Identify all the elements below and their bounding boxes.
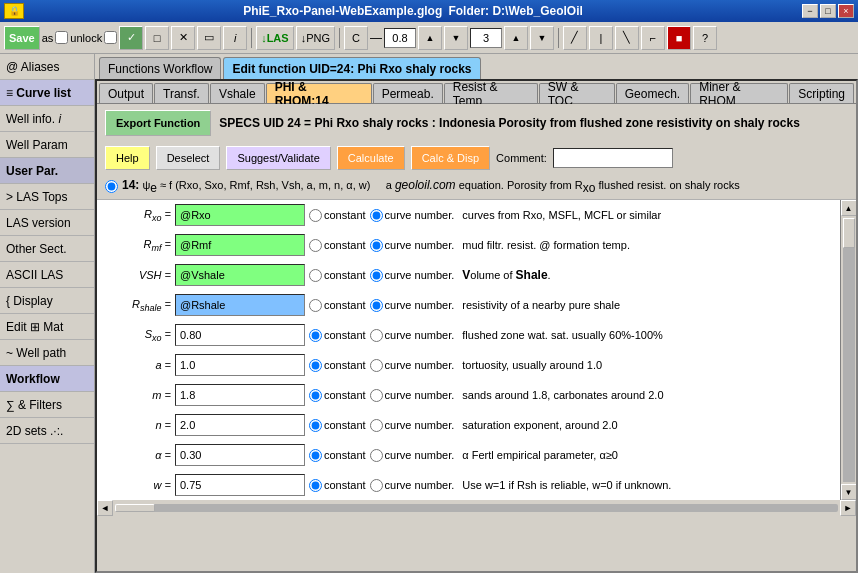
sidebar-item-workflow[interactable]: Workflow	[0, 366, 94, 392]
spin-down[interactable]: ▼	[444, 26, 468, 50]
subtab-miner[interactable]: Miner & RHOM	[690, 83, 788, 103]
suggest-button[interactable]: Suggest/Validate	[226, 146, 330, 170]
param-input-4[interactable]	[175, 324, 305, 346]
comment-input[interactable]	[553, 148, 673, 168]
subtab-scripting[interactable]: Scripting	[789, 83, 854, 103]
param-input-9[interactable]	[175, 474, 305, 496]
sidebar-item-wellinfo[interactable]: Well info. i	[0, 106, 94, 132]
param-radio-curve-3[interactable]	[370, 299, 383, 312]
unlock-checkbox[interactable]	[55, 31, 68, 44]
vertical-scrollbar[interactable]: ▲ ▼	[840, 200, 856, 500]
deselect-button[interactable]: Deselect	[156, 146, 221, 170]
hscroll-thumb[interactable]	[115, 504, 155, 512]
sidebar-item-editmat[interactable]: Edit ⊞ Mat	[0, 314, 94, 340]
diagonal-button[interactable]: ╱	[563, 26, 587, 50]
png-button[interactable]: ↓PNG	[296, 26, 335, 50]
spin-up2[interactable]: ▲	[504, 26, 528, 50]
sidebar-item-filters[interactable]: ∑ & Filters	[0, 392, 94, 418]
param-radio-curve-8[interactable]	[370, 449, 383, 462]
c-button[interactable]: C	[344, 26, 368, 50]
maximize-button[interactable]: □	[820, 4, 836, 18]
backslash-button[interactable]: ╲	[615, 26, 639, 50]
param-input-8[interactable]	[175, 444, 305, 466]
spin-up[interactable]: ▲	[418, 26, 442, 50]
param-radio-curve-2[interactable]	[370, 269, 383, 282]
param-radio-constant-8[interactable]	[309, 449, 322, 462]
close-button[interactable]: ×	[838, 4, 854, 18]
export-function-button[interactable]: Export Function	[105, 110, 211, 136]
x-button[interactable]: ✕	[171, 26, 195, 50]
param-radio-curve-7[interactable]	[370, 419, 383, 432]
param-desc: sands around 1.8, carbonates around 2.0	[462, 389, 663, 401]
params-scroll[interactable]: Rxo =constantcurve number.curves from Rx…	[97, 200, 840, 500]
stop-button[interactable]: ■	[667, 26, 691, 50]
minimize-button[interactable]: −	[802, 4, 818, 18]
param-radio-curve-1[interactable]	[370, 239, 383, 252]
param-radio-constant-4[interactable]	[309, 329, 322, 342]
param-radio-constant-9[interactable]	[309, 479, 322, 492]
hscroll-right-button[interactable]: ►	[840, 500, 856, 516]
scroll-thumb[interactable]	[843, 218, 855, 248]
help-button[interactable]: Help	[105, 146, 150, 170]
param-input-1[interactable]	[175, 234, 305, 256]
pipe-button[interactable]: |	[589, 26, 613, 50]
equation-radio[interactable]	[105, 180, 118, 193]
subtab-geomech[interactable]: Geomech.	[616, 83, 689, 103]
param-input-7[interactable]	[175, 414, 305, 436]
value-input1[interactable]	[384, 28, 416, 48]
sidebar-item-display[interactable]: { Display	[0, 288, 94, 314]
param-radio-constant-2[interactable]	[309, 269, 322, 282]
checkbox2[interactable]	[104, 31, 117, 44]
tab-edit-function[interactable]: Edit function UID=24: Phi Rxo shaly rock…	[223, 57, 480, 79]
calcdisp-button[interactable]: Calc & Disp	[411, 146, 490, 170]
square-button[interactable]: □	[145, 26, 169, 50]
rect-button[interactable]: ▭	[197, 26, 221, 50]
param-radio-constant-0[interactable]	[309, 209, 322, 222]
subtab-output[interactable]: Output	[99, 83, 153, 103]
sidebar-item-lasversion[interactable]: LAS version	[0, 210, 94, 236]
tab-functions-workflow[interactable]: Functions Workflow	[99, 57, 221, 79]
value-input2[interactable]	[470, 28, 502, 48]
subtab-phi-rhom[interactable]: PHI & RHOM:14	[266, 83, 372, 103]
calculate-button[interactable]: Calculate	[337, 146, 405, 170]
subtab-transf[interactable]: Transf.	[154, 83, 209, 103]
check-button[interactable]: ✓	[119, 26, 143, 50]
param-radio-constant-6[interactable]	[309, 389, 322, 402]
sidebar-item-curvelist[interactable]: ≡ Curve list	[0, 80, 94, 106]
param-radio-curve-4[interactable]	[370, 329, 383, 342]
save-button[interactable]: Save	[4, 26, 40, 50]
question-button[interactable]: ?	[693, 26, 717, 50]
param-radio-curve-6[interactable]	[370, 389, 383, 402]
param-input-0[interactable]	[175, 204, 305, 226]
corner-button[interactable]: ⌐	[641, 26, 665, 50]
info-button[interactable]: i	[223, 26, 247, 50]
sidebar-item-othersect[interactable]: Other Sect.	[0, 236, 94, 262]
param-input-5[interactable]	[175, 354, 305, 376]
param-radio-constant-7[interactable]	[309, 419, 322, 432]
param-radio-curve-0[interactable]	[370, 209, 383, 222]
scroll-up-button[interactable]: ▲	[841, 200, 857, 216]
subtab-vshale[interactable]: Vshale	[210, 83, 265, 103]
sidebar-item-aliases[interactable]: @ Aliases	[0, 54, 94, 80]
sidebar-item-wellparam[interactable]: Well Param	[0, 132, 94, 158]
las-button[interactable]: ↓LAS	[256, 26, 294, 50]
param-input-6[interactable]	[175, 384, 305, 406]
sidebar-item-asciillas[interactable]: ASCII LAS	[0, 262, 94, 288]
function-content: Export Function SPECS UID 24 = Phi Rxo s…	[97, 104, 856, 516]
param-input-3[interactable]	[175, 294, 305, 316]
sidebar-item-lastops[interactable]: > LAS Tops	[0, 184, 94, 210]
param-radio-curve-9[interactable]	[370, 479, 383, 492]
hscroll-left-button[interactable]: ◄	[97, 500, 113, 516]
subtab-permeab[interactable]: Permeab.	[373, 83, 443, 103]
param-radio-curve-5[interactable]	[370, 359, 383, 372]
sidebar-item-userpar[interactable]: User Par.	[0, 158, 94, 184]
subtab-sw[interactable]: SW & TOC	[539, 83, 615, 103]
subtab-resist[interactable]: Resist & Temp	[444, 83, 538, 103]
sidebar-item-wellpath[interactable]: ~ Well path	[0, 340, 94, 366]
param-radio-constant-5[interactable]	[309, 359, 322, 372]
param-radio-constant-1[interactable]	[309, 239, 322, 252]
scroll-down-button[interactable]: ▼	[841, 484, 857, 500]
param-radio-constant-3[interactable]	[309, 299, 322, 312]
param-input-2[interactable]	[175, 264, 305, 286]
sidebar-item-2dsets[interactable]: 2D sets .·:.	[0, 418, 94, 444]
